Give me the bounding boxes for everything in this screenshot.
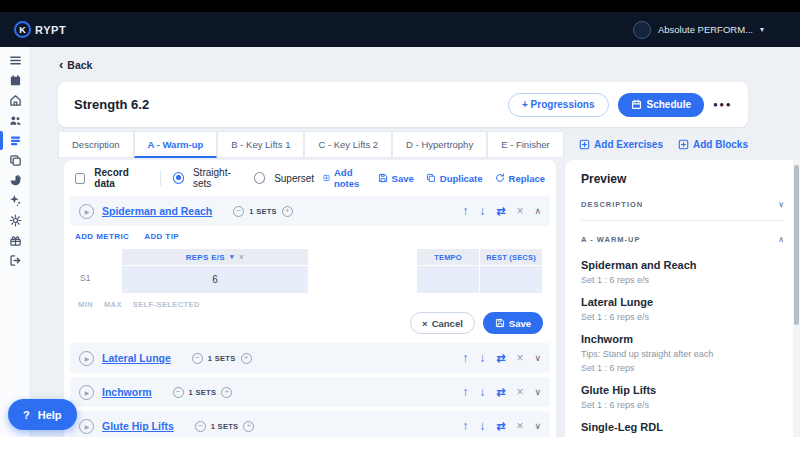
- swap-icon[interactable]: ⇄: [496, 352, 505, 365]
- cancel-button[interactable]: ×Cancel: [410, 312, 475, 334]
- exercise-link[interactable]: Inchworm: [102, 386, 152, 398]
- tab-key-lifts-2[interactable]: C - Key Lifts 2: [304, 131, 392, 158]
- account-menu[interactable]: Absolute PERFORM... ▾: [633, 21, 764, 39]
- minus-icon[interactable]: −: [233, 206, 244, 217]
- programs-icon[interactable]: [0, 134, 31, 147]
- title-actions: + Progressions Schedule ●●●: [508, 93, 732, 117]
- reps-value-cell[interactable]: 6: [122, 266, 308, 293]
- row-actions: ↑ ↓ ⇄ × ∨: [462, 419, 541, 433]
- minus-icon[interactable]: −: [192, 353, 203, 364]
- superset-radio[interactable]: [254, 172, 265, 184]
- move-up-icon[interactable]: ↑: [462, 204, 468, 218]
- move-up-icon[interactable]: ↑: [462, 419, 468, 433]
- exercise-link[interactable]: Glute Hip Lifts: [102, 420, 174, 432]
- home-icon[interactable]: [0, 94, 31, 107]
- plus-icon[interactable]: +: [241, 353, 252, 364]
- superset-label: Superset: [274, 173, 314, 184]
- minus-icon[interactable]: −: [173, 387, 184, 398]
- plus-icon[interactable]: +: [243, 421, 254, 432]
- preview-section-description[interactable]: DESCRIPTION ∨: [581, 200, 784, 209]
- expand-icon[interactable]: ∨: [534, 387, 541, 397]
- tab-bar: Description A - Warm-up B - Key Lifts 1 …: [58, 131, 748, 158]
- copy-icon[interactable]: [0, 154, 31, 167]
- swap-icon[interactable]: ⇄: [496, 420, 505, 433]
- rest-cell[interactable]: [480, 266, 542, 293]
- brand-logo: K RYPT: [14, 21, 66, 38]
- tab-description[interactable]: Description: [58, 131, 134, 158]
- tab-key-lifts-1[interactable]: B - Key Lifts 1: [217, 131, 304, 158]
- remove-icon[interactable]: ×: [516, 419, 523, 433]
- scrollbar-thumb[interactable]: [794, 165, 799, 325]
- play-icon[interactable]: ▶: [79, 419, 94, 434]
- help-button[interactable]: ? Help: [8, 399, 77, 430]
- users-icon[interactable]: [0, 114, 31, 127]
- max-option[interactable]: MAX: [104, 300, 122, 309]
- exercise-link[interactable]: Lateral Lunge: [102, 352, 171, 364]
- gear-icon[interactable]: [0, 214, 31, 227]
- schedule-button[interactable]: Schedule: [618, 93, 704, 117]
- tab-hypertrophy[interactable]: D - Hypertrophy: [392, 131, 487, 158]
- record-data-checkbox[interactable]: [75, 173, 85, 184]
- expand-icon[interactable]: ∨: [534, 353, 541, 363]
- add-tip-button[interactable]: ADD TIP: [144, 232, 179, 241]
- move-up-icon[interactable]: ↑: [462, 351, 468, 365]
- save-block-button[interactable]: Save: [378, 173, 414, 184]
- collapse-icon[interactable]: ∧: [534, 206, 541, 216]
- minus-icon[interactable]: −: [195, 421, 206, 432]
- move-down-icon[interactable]: ↓: [479, 419, 485, 433]
- duplicate-button[interactable]: Duplicate: [426, 173, 483, 184]
- calendar-icon[interactable]: [0, 74, 31, 87]
- self-selected-option[interactable]: SELF-SELECTED: [133, 300, 200, 309]
- remove-icon[interactable]: ×: [516, 204, 523, 218]
- pie-chart-icon[interactable]: [0, 174, 31, 187]
- exercise-row: ▶ Lateral Lunge − 1 SETS + ↑ ↓ ⇄ × ∨: [70, 343, 550, 373]
- swap-icon[interactable]: ⇄: [496, 205, 505, 218]
- caret-down-icon[interactable]: ▾: [230, 253, 234, 261]
- gift-icon[interactable]: [0, 234, 31, 247]
- app-header: K RYPT Absolute PERFORM... ▾: [0, 12, 800, 47]
- plus-icon[interactable]: +: [221, 387, 232, 398]
- tempo-header: TEMPO: [417, 249, 479, 265]
- more-options-icon[interactable]: ●●●: [713, 100, 732, 109]
- sets-stepper: − 1 SETS +: [233, 206, 293, 217]
- play-icon[interactable]: ▶: [79, 204, 94, 219]
- scrollbar-track[interactable]: [793, 160, 800, 437]
- expand-icon[interactable]: ∨: [534, 421, 541, 431]
- toolbar-links: Add notes Save Duplicate Replace: [323, 167, 545, 189]
- move-down-icon[interactable]: ↓: [479, 385, 485, 399]
- move-down-icon[interactable]: ↓: [479, 204, 485, 218]
- tab-warm-up[interactable]: A - Warm-up: [134, 131, 218, 158]
- add-blocks-button[interactable]: Add Blocks: [678, 139, 748, 150]
- sparkles-icon[interactable]: [0, 194, 31, 207]
- tab-finisher[interactable]: E - Finisher: [487, 131, 564, 158]
- block-editor: Record data Straight-sets Superset Add n…: [64, 160, 556, 437]
- reps-column-header[interactable]: REPS E/S ▾ ×: [122, 249, 308, 265]
- replace-button[interactable]: Replace: [495, 173, 545, 184]
- menu-icon[interactable]: [0, 54, 31, 67]
- exercise-link[interactable]: Spiderman and Reach: [102, 205, 212, 217]
- play-icon[interactable]: ▶: [79, 351, 94, 366]
- add-notes-button[interactable]: Add notes: [323, 167, 365, 189]
- back-button[interactable]: ‹ Back: [59, 59, 92, 71]
- remove-icon[interactable]: ×: [516, 351, 523, 365]
- progressions-button[interactable]: + Progressions: [508, 93, 609, 117]
- save-button[interactable]: Save: [483, 312, 543, 334]
- remove-column-icon[interactable]: ×: [239, 252, 245, 262]
- plus-icon[interactable]: +: [282, 206, 293, 217]
- move-up-icon[interactable]: ↑: [462, 385, 468, 399]
- swap-icon[interactable]: ⇄: [496, 386, 505, 399]
- add-metric-button[interactable]: ADD METRIC: [75, 232, 129, 241]
- preview-panel: Preview DESCRIPTION ∨ A - WARM-UP ∧ Spid…: [565, 160, 800, 437]
- logout-icon[interactable]: [0, 254, 31, 267]
- play-icon[interactable]: ▶: [79, 385, 94, 400]
- avatar[interactable]: [633, 21, 651, 39]
- plus-square-icon: [323, 173, 330, 183]
- move-down-icon[interactable]: ↓: [479, 351, 485, 365]
- add-exercises-button[interactable]: Add Exercises: [579, 139, 663, 150]
- preview-section-warm-up[interactable]: A - WARM-UP ∧: [581, 235, 784, 244]
- straight-sets-radio[interactable]: [173, 172, 184, 184]
- remove-icon[interactable]: ×: [516, 385, 523, 399]
- min-option[interactable]: MIN: [78, 300, 93, 309]
- krypt-logo-icon: K: [14, 21, 31, 38]
- tempo-cell[interactable]: [417, 266, 479, 293]
